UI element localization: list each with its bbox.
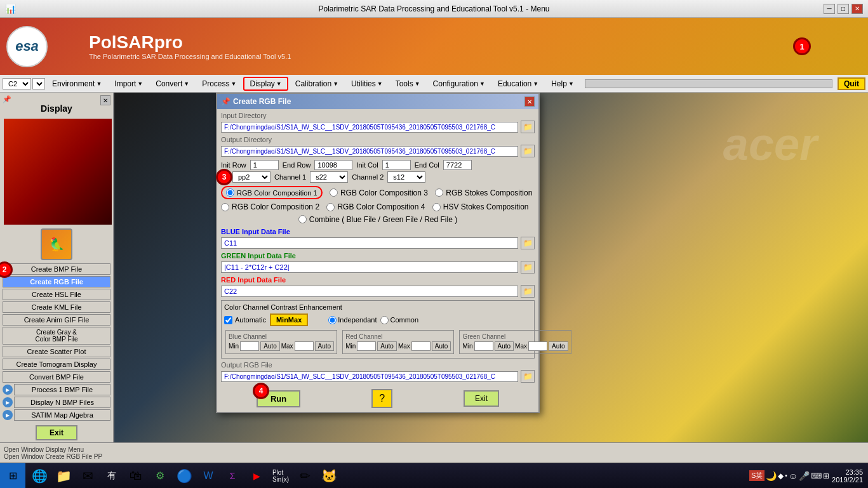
help-button[interactable]: ? xyxy=(371,389,392,408)
green-max-auto-button[interactable]: Auto xyxy=(549,341,568,351)
end-col-input[interactable] xyxy=(443,160,472,170)
s-dropdown[interactable]: S xyxy=(32,78,45,89)
process1-button[interactable]: Process 1 BMP File xyxy=(14,384,110,395)
blue-min-input[interactable] xyxy=(240,341,259,351)
init-row-input[interactable] xyxy=(250,160,279,170)
channel0-dropdown[interactable]: pp2pp1 xyxy=(232,171,270,183)
hsv-label[interactable]: HSV Stokes Composition xyxy=(443,202,529,211)
mail-icon[interactable]: ✉ xyxy=(76,465,99,487)
menu-display[interactable]: Display ▼ xyxy=(243,77,288,91)
independant-radio[interactable] xyxy=(328,316,337,324)
input-method-icon[interactable]: S英 xyxy=(749,470,765,481)
menu-help[interactable]: Help ▼ xyxy=(545,77,580,90)
menu-convert[interactable]: Convert ▼ xyxy=(150,77,195,90)
create-tomogram-button[interactable]: Create Tomogram Display xyxy=(3,359,110,370)
channel1-dropdown[interactable]: s22s11s12 xyxy=(310,171,348,183)
dialog-exit-button[interactable]: Exit xyxy=(464,390,499,407)
apps-icon[interactable]: ⚙ xyxy=(149,465,171,487)
output-directory-browse[interactable]: 📁 xyxy=(521,145,535,157)
chinese-icon[interactable]: 有 xyxy=(100,465,123,487)
plot-icon[interactable]: PlotSin(x) xyxy=(269,465,292,487)
channel2-dropdown[interactable]: s12s11s22 xyxy=(387,171,425,183)
green-browse-button[interactable]: 📁 xyxy=(521,261,535,274)
output-rgb-field[interactable] xyxy=(221,371,518,382)
output-directory-field[interactable] xyxy=(221,146,518,157)
independant-label[interactable]: Independant xyxy=(338,316,377,324)
rgb-comp2-label[interactable]: RGB Color Composition 2 xyxy=(232,202,319,211)
auto-checkbox[interactable] xyxy=(224,316,232,324)
rgb-comp3-radio[interactable] xyxy=(330,188,338,197)
blue-browse-button[interactable]: 📁 xyxy=(521,237,535,249)
input-directory-browse[interactable]: 📁 xyxy=(521,121,535,133)
hsv-radio[interactable] xyxy=(432,203,441,211)
edge-icon[interactable]: 🌐 xyxy=(28,465,51,487)
satim-button[interactable]: SATIM Map Algebra xyxy=(14,409,110,421)
red-input-field[interactable] xyxy=(221,286,518,297)
folder-icon[interactable]: 📁 xyxy=(52,465,75,487)
create-kml-button[interactable]: Create KML File xyxy=(3,301,110,313)
menu-environment[interactable]: Environment ▼ xyxy=(46,77,107,90)
common-radio[interactable] xyxy=(380,316,389,324)
stokes-radio[interactable] xyxy=(435,188,443,197)
create-hsl-button[interactable]: Create HSL File xyxy=(3,289,110,300)
c2-dropdown[interactable]: C2C3T3 xyxy=(3,78,31,89)
menu-tools[interactable]: Tools ▼ xyxy=(390,77,426,90)
create-anim-button[interactable]: Create Anim GIF File xyxy=(3,314,110,326)
menu-import[interactable]: Import ▼ xyxy=(109,77,149,90)
math-icon[interactable]: Σ xyxy=(221,465,244,487)
panel-close-button[interactable]: ✕ xyxy=(100,95,110,105)
green-auto-button[interactable]: Auto xyxy=(495,341,514,351)
menu-process[interactable]: Process ▼ xyxy=(196,77,242,90)
game-icon[interactable]: 🐱 xyxy=(317,465,340,487)
rgb-comp4-radio[interactable] xyxy=(326,203,335,211)
init-col-input[interactable] xyxy=(382,160,411,170)
input-directory-field[interactable] xyxy=(221,122,518,133)
stokes-label[interactable]: RGB Stokes Composition xyxy=(446,188,532,197)
green-input-field[interactable] xyxy=(221,261,518,273)
rgb-comp3-label[interactable]: RGB Color Composition 3 xyxy=(340,188,428,197)
store-icon[interactable]: 🛍 xyxy=(124,465,147,487)
blue-auto-button[interactable]: Auto xyxy=(260,341,280,351)
common-label[interactable]: Common xyxy=(390,316,418,324)
green-max-input[interactable] xyxy=(528,341,547,351)
red-max-input[interactable] xyxy=(411,341,431,351)
create-bmp-button[interactable]: Create BMP File xyxy=(3,263,110,275)
red-auto-button[interactable]: Auto xyxy=(377,341,397,351)
pen-icon[interactable]: ✏ xyxy=(293,465,316,487)
quit-button[interactable]: Quit xyxy=(838,77,865,90)
media-icon[interactable]: ▶ xyxy=(245,465,268,487)
rgb-comp1-radio[interactable] xyxy=(226,188,234,197)
blue-max-input[interactable] xyxy=(295,341,314,351)
maximize-button[interactable]: □ xyxy=(838,4,849,14)
convert-bmp-button[interactable]: Convert BMP File xyxy=(3,371,110,383)
combine-label[interactable]: Combine ( Blue File / Green File / Red F… xyxy=(309,215,457,224)
dialog-close-button[interactable]: ✕ xyxy=(524,96,535,107)
blue-input-field[interactable] xyxy=(221,237,518,249)
create-rgb-button[interactable]: Create RGB File xyxy=(3,276,110,287)
create-scatter-button[interactable]: Create Scatter Plot xyxy=(3,346,110,357)
blue-max-auto-button[interactable]: Auto xyxy=(315,341,335,351)
start-button[interactable]: ⊞ xyxy=(0,463,25,489)
red-min-input[interactable] xyxy=(357,341,376,351)
menu-configuration[interactable]: Configuration ▼ xyxy=(427,77,491,90)
close-button[interactable]: ✕ xyxy=(851,4,863,14)
panel-exit-button[interactable]: Exit xyxy=(36,425,77,440)
menu-utilities[interactable]: Utilities ▼ xyxy=(345,77,389,90)
green-min-input[interactable] xyxy=(474,341,493,351)
rgb-comp2-radio[interactable] xyxy=(221,203,229,211)
word-icon[interactable]: W xyxy=(197,465,220,487)
displayn-button[interactable]: Display N BMP Files xyxy=(14,397,110,408)
end-row-input[interactable] xyxy=(314,160,352,170)
create-gray-button[interactable]: Create Gray &Color BMP File xyxy=(3,327,110,345)
menu-education[interactable]: Education ▼ xyxy=(492,77,544,90)
rgb-comp4-label[interactable]: RGB Color Composition 4 xyxy=(337,202,425,211)
red-browse-button[interactable]: 📁 xyxy=(521,285,535,298)
chrome-icon[interactable]: 🔵 xyxy=(173,465,196,487)
minmax-button[interactable]: MinMax xyxy=(270,313,308,326)
output-rgb-browse[interactable]: 📁 xyxy=(521,370,535,383)
minimize-button[interactable]: ─ xyxy=(824,4,835,14)
red-max-auto-button[interactable]: Auto xyxy=(432,341,451,351)
menu-calibration[interactable]: Calibration ▼ xyxy=(290,77,344,90)
rgb-comp1-label[interactable]: RGB Color Composition 1 xyxy=(237,189,317,197)
combine-radio[interactable] xyxy=(298,215,307,223)
